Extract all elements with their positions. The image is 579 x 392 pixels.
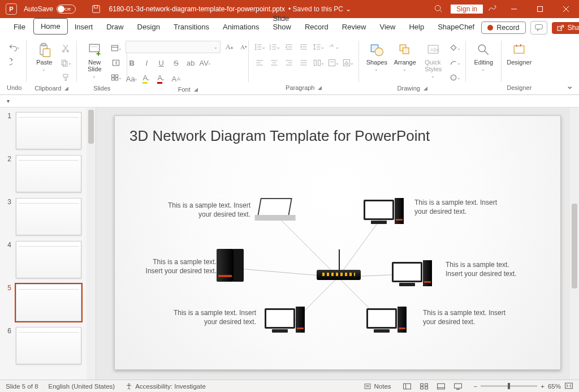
bullets-button[interactable]: ⌄: [253, 41, 266, 53]
quick-styles-button[interactable]: Abc Quick Styles⌄: [420, 41, 446, 80]
caption-2[interactable]: This is a sample text. Insert your desir…: [143, 257, 217, 275]
save-location[interactable]: • Saved to this PC: [288, 5, 343, 13]
accessibility-indicator[interactable]: Accessibility: Investigate: [125, 382, 206, 390]
node-pc-r[interactable]: [392, 262, 422, 282]
thumbnail-5[interactable]: 5: [0, 279, 96, 322]
font-selector[interactable]: ⌄: [126, 41, 221, 53]
caption-6[interactable]: This is a sample text. Insert your desir…: [423, 308, 508, 326]
shapes-button[interactable]: Shapes⌄: [364, 41, 390, 73]
columns-button[interactable]: ⌄: [312, 57, 325, 69]
slide-indicator[interactable]: Slide 5 of 8: [6, 383, 38, 390]
sorter-view-button[interactable]: [418, 382, 430, 391]
section-button[interactable]: ⌄: [110, 71, 122, 84]
reading-view-button[interactable]: [435, 382, 447, 391]
format-painter-button[interactable]: [59, 71, 72, 84]
close-button[interactable]: [553, 0, 579, 18]
search-button[interactable]: [434, 4, 443, 15]
character-spacing-button[interactable]: AV⌄: [199, 57, 211, 69]
arrange-button[interactable]: Arrange⌄: [392, 41, 418, 73]
font-color-button[interactable]: A⌄: [155, 72, 167, 85]
node-servers[interactable]: [217, 249, 234, 282]
paste-button[interactable]: Paste⌄: [31, 41, 57, 73]
align-text-button[interactable]: ⌄: [327, 57, 339, 69]
copy-button[interactable]: ⌄: [59, 57, 72, 69]
shape-outline-button[interactable]: ⌄: [448, 57, 461, 69]
save-button[interactable]: [91, 4, 101, 14]
fit-to-window-button[interactable]: [564, 382, 573, 391]
share-button[interactable]: Share ⌄: [552, 22, 579, 34]
tab-design[interactable]: Design: [131, 19, 167, 35]
slideshow-view-button[interactable]: [452, 382, 464, 391]
shape-fill-button[interactable]: ⌄: [448, 42, 461, 54]
numbering-button[interactable]: 123⌄: [268, 41, 280, 53]
coming-soon-icon[interactable]: [487, 3, 498, 15]
minimize-button[interactable]: [501, 0, 527, 18]
smartart-button[interactable]: ⌄: [342, 57, 354, 69]
undo-button[interactable]: ⌄: [8, 41, 20, 53]
clear-formatting-button[interactable]: A࿏: [170, 72, 182, 85]
qat-overflow[interactable]: ▾: [0, 95, 579, 107]
align-right-button[interactable]: [283, 57, 295, 69]
comments-button[interactable]: [530, 21, 547, 35]
underline-button[interactable]: U: [155, 57, 167, 69]
thumbnail-2[interactable]: 2: [0, 150, 96, 193]
zoom-in-button[interactable]: +: [541, 383, 545, 390]
tab-transitions[interactable]: Transitions: [167, 19, 216, 35]
node-pc-br[interactable]: [366, 308, 397, 329]
tab-shapechef[interactable]: ShapeChef: [431, 19, 481, 35]
strike-button[interactable]: S: [170, 57, 182, 69]
dialog-launcher-icon[interactable]: ◢: [318, 85, 322, 91]
tab-view[interactable]: View: [373, 19, 402, 35]
thumbnail-6[interactable]: 6: [0, 322, 96, 365]
editor-scrollbar[interactable]: [570, 107, 579, 380]
tab-help[interactable]: Help: [402, 19, 431, 35]
shape-effects-button[interactable]: ⌄: [448, 71, 461, 84]
caption-4[interactable]: This is a sample text. Insert your desir…: [414, 198, 499, 216]
align-center-button[interactable]: [268, 57, 280, 69]
dialog-launcher-icon[interactable]: ◢: [64, 85, 68, 91]
record-button[interactable]: Record: [481, 21, 525, 34]
collapse-ribbon-button[interactable]: ⌄: [566, 80, 573, 91]
increase-font-button[interactable]: A▴: [223, 41, 235, 53]
autosave-toggle[interactable]: AutoSave Off: [24, 5, 85, 14]
tab-file[interactable]: File: [7, 19, 32, 35]
cut-button[interactable]: [59, 42, 72, 54]
caption-3[interactable]: This is a sample text. Insert your desir…: [171, 308, 256, 326]
tab-draw[interactable]: Draw: [100, 19, 130, 35]
dialog-launcher-icon[interactable]: ◢: [194, 87, 198, 92]
chevron-down-icon[interactable]: ⌄: [345, 5, 351, 13]
node-pc-tr[interactable]: [364, 200, 394, 220]
new-slide-button[interactable]: New Slide⌄: [81, 41, 107, 80]
language-indicator[interactable]: English (United States): [49, 383, 115, 390]
layout-button[interactable]: ⌄: [110, 42, 122, 54]
node-router[interactable]: [317, 270, 361, 280]
line-spacing-button[interactable]: ⌄: [312, 41, 325, 53]
caption-1[interactable]: This is a sample text. Insert your desir…: [166, 201, 250, 219]
align-left-button[interactable]: [253, 57, 266, 69]
thumbnail-4[interactable]: 4: [0, 236, 96, 279]
tab-slideshow[interactable]: Slide Show: [266, 11, 298, 35]
notes-button[interactable]: Notes: [364, 382, 391, 390]
node-laptop[interactable]: [259, 198, 291, 216]
redo-button[interactable]: [8, 55, 20, 68]
slide-editor[interactable]: 3D Network Diagram Template for PowerPoi…: [96, 107, 579, 380]
bold-button[interactable]: B: [126, 57, 138, 69]
sign-in-button[interactable]: Sign in: [451, 5, 483, 14]
reset-button[interactable]: [110, 57, 122, 69]
maximize-button[interactable]: [527, 0, 553, 18]
zoom-level[interactable]: 65%: [548, 383, 561, 390]
zoom-slider[interactable]: [481, 385, 537, 387]
slide-canvas[interactable]: 3D Network Diagram Template for PowerPoi…: [114, 115, 561, 370]
zoom-out-button[interactable]: −: [474, 383, 478, 390]
tab-review[interactable]: Review: [335, 19, 373, 35]
italic-button[interactable]: I: [140, 57, 153, 69]
node-pc-left[interactable]: [265, 308, 295, 329]
tab-insert[interactable]: Insert: [68, 19, 100, 35]
editing-button[interactable]: Editing⌄: [470, 41, 496, 73]
caption-5[interactable]: This is a sample text. Insert your desir…: [446, 260, 519, 278]
justify-button[interactable]: [297, 57, 310, 69]
shadow-button[interactable]: ab: [184, 57, 197, 69]
tab-home[interactable]: Home: [33, 18, 68, 35]
thumbnail-1[interactable]: 1: [0, 107, 96, 150]
increase-indent-button[interactable]: [297, 41, 310, 53]
